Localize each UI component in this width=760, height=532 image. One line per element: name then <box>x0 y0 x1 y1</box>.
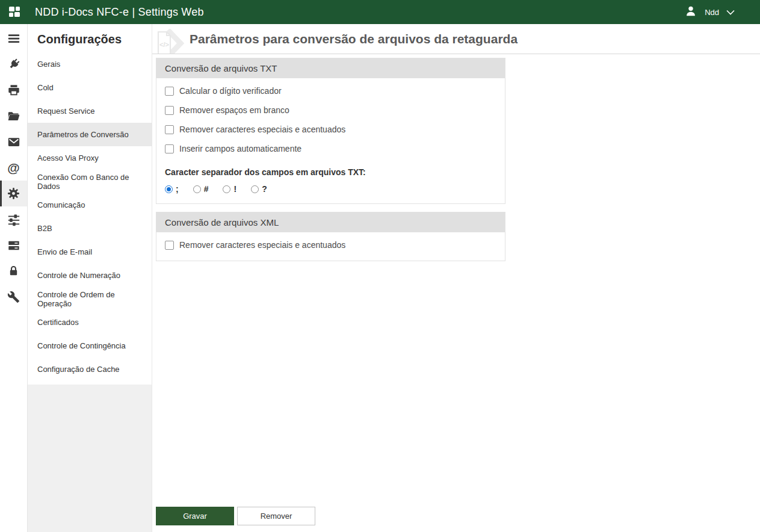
ndd-logo-icon <box>8 5 22 19</box>
folder-open-icon <box>7 110 20 123</box>
sidebar-item[interactable]: Cold <box>28 76 152 99</box>
radio-button[interactable] <box>251 185 259 193</box>
plug-icon <box>7 58 20 71</box>
sidebar-item[interactable]: Configuração de Cache <box>28 357 152 381</box>
checkbox-row[interactable]: Calcular o dígito verificador <box>165 81 496 101</box>
radio-button[interactable] <box>193 185 201 193</box>
user-menu[interactable]: Ndd <box>684 4 735 20</box>
sidebar: Configurações GeraisColdRequest ServiceP… <box>28 24 152 532</box>
icon-rail: @ <box>0 24 28 532</box>
sidebar-item[interactable]: Comunicação <box>28 193 152 217</box>
checkbox[interactable] <box>165 144 174 153</box>
wrench-icon <box>7 291 20 303</box>
rail-item-server[interactable] <box>0 232 27 258</box>
gear-icon <box>7 187 20 200</box>
rail-item-envelope[interactable] <box>0 129 27 155</box>
rail-item-at[interactable]: @ <box>0 155 27 181</box>
settings-panel: Conversão de arquivos TXTCalcular o dígi… <box>156 58 505 204</box>
rail-item-folder[interactable] <box>0 103 27 129</box>
sidebar-item[interactable]: Request Service <box>28 99 152 123</box>
checkbox-label: Remover caracteres especiais e acentuado… <box>179 125 345 134</box>
radio-label: ? <box>262 184 267 194</box>
menu-icon <box>7 32 20 45</box>
radio-button[interactable] <box>165 185 173 193</box>
radio-label: # <box>204 184 209 194</box>
page-title: Parâmetros para conversão de arquivos da… <box>190 32 517 46</box>
checkbox[interactable] <box>165 125 174 134</box>
sliders-icon <box>7 213 20 226</box>
sidebar-list: Configurações GeraisColdRequest ServiceP… <box>28 24 152 385</box>
radio-option[interactable]: ! <box>223 184 236 194</box>
user-icon <box>684 4 697 20</box>
checkbox-row[interactable]: Remover caracteres especiais e acentuado… <box>165 120 496 139</box>
server-icon <box>7 239 20 252</box>
panel-body: Calcular o dígito verificadorRemover esp… <box>156 78 505 203</box>
checkbox-row[interactable]: Remover caracteres especiais e acentuado… <box>165 235 496 255</box>
content-area: Conversão de arquivos TXTCalcular o dígi… <box>152 54 760 532</box>
envelope-icon <box>7 135 20 149</box>
chevron-down-icon <box>726 7 735 17</box>
separator-radio-group: ;#!? <box>165 184 496 194</box>
checkbox[interactable] <box>165 241 174 250</box>
lock-icon <box>7 265 20 277</box>
app-title: NDD i-Docs NFC-e | Settings Web <box>35 6 204 19</box>
radio-label: ; <box>176 184 179 194</box>
sidebar-item[interactable]: Certificados <box>28 311 152 334</box>
sidebar-item[interactable]: Gerais <box>28 52 152 76</box>
sidebar-heading: Configurações <box>28 24 152 52</box>
panel-body: Remover caracteres especiais e acentuado… <box>156 232 505 261</box>
rail-item-wrench[interactable] <box>0 284 27 310</box>
rail-item-printer[interactable] <box>0 77 27 103</box>
remove-button[interactable]: Remover <box>237 507 315 525</box>
checkbox[interactable] <box>165 106 174 115</box>
sidebar-item[interactable]: Controle de Numeração <box>28 264 152 287</box>
checkbox-row[interactable]: Remover espaços em branco <box>165 101 496 120</box>
sidebar-item[interactable]: Controle de Contingência <box>28 334 152 357</box>
rail-item-sliders[interactable] <box>0 206 27 232</box>
checkbox-row[interactable]: Inserir campos automaticamente <box>165 139 496 158</box>
radio-button[interactable] <box>223 185 230 193</box>
radio-option[interactable]: ; <box>165 184 179 194</box>
radio-label: ! <box>233 184 236 194</box>
save-button[interactable]: Gravar <box>156 507 234 525</box>
panel-header: Conversão de arquivos XML <box>156 212 505 232</box>
sidebar-item[interactable]: Parâmetros de Conversão <box>28 123 152 146</box>
checkbox-label: Remover espaços em branco <box>179 105 289 115</box>
svg-text:</>: </> <box>159 41 169 48</box>
sidebar-item[interactable]: Controle de Ordem de Operação <box>28 287 152 311</box>
printer-icon <box>7 84 20 97</box>
checkbox-label: Calcular o dígito verificador <box>179 86 282 96</box>
sidebar-item[interactable]: Conexão Com o Banco de Dados <box>28 170 152 193</box>
settings-panel: Conversão de arquivos XMLRemover caracte… <box>156 212 505 261</box>
separator-field-label: Caracter separador dos campos em arquivo… <box>165 167 496 177</box>
rail-item-gear[interactable] <box>0 181 27 206</box>
page-header: </> Parâmetros para conversão de arquivo… <box>152 24 760 54</box>
main-content: </> Parâmetros para conversão de arquivo… <box>152 24 760 532</box>
panel-header: Conversão de arquivos TXT <box>156 58 505 78</box>
radio-option[interactable]: # <box>193 184 209 194</box>
checkbox[interactable] <box>165 87 174 96</box>
at-sign-icon: @ <box>7 161 19 174</box>
footer-actions: Gravar Remover <box>156 507 760 532</box>
file-conversion-icon: </> <box>153 29 186 54</box>
radio-option[interactable]: ? <box>251 184 267 194</box>
rail-item-plug[interactable] <box>0 51 27 77</box>
rail-item-lock[interactable] <box>0 258 27 284</box>
topbar: NDD i-Docs NFC-e | Settings Web Ndd <box>0 0 760 24</box>
checkbox-label: Remover caracteres especiais e acentuado… <box>179 240 345 250</box>
checkbox-label: Inserir campos automaticamente <box>179 144 301 153</box>
rail-item-menu[interactable] <box>0 25 27 51</box>
sidebar-item[interactable]: Envio de E-mail <box>28 240 152 264</box>
user-name: Ndd <box>705 8 719 17</box>
sidebar-item[interactable]: B2B <box>28 217 152 240</box>
sidebar-item[interactable]: Acesso Via Proxy <box>28 146 152 170</box>
